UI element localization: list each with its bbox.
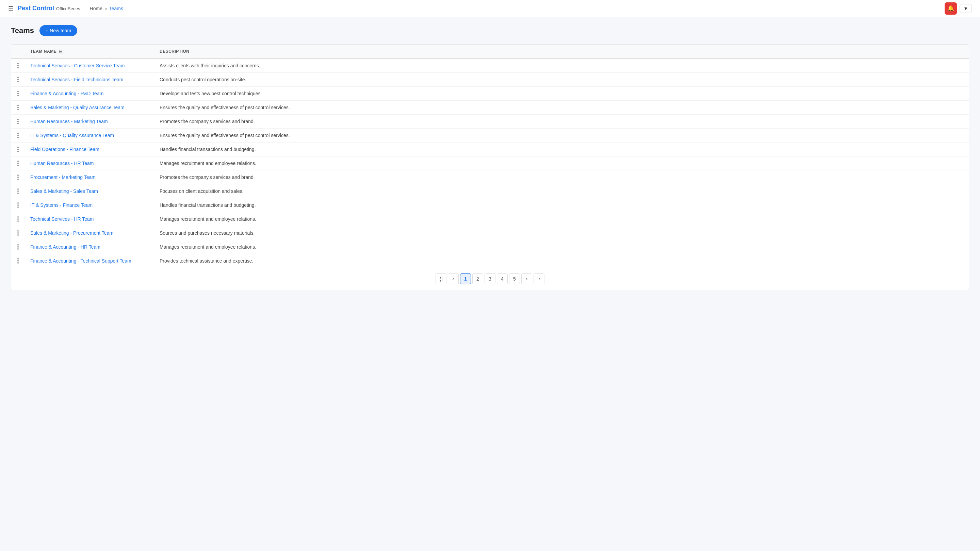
row-menu-icon[interactable] (17, 230, 19, 236)
table-row: Procurement - Marketing TeamPromotes the… (11, 170, 969, 184)
team-name-link[interactable]: Human Resources - HR Team (30, 160, 94, 166)
brand: Pest Control OfficeSeries (18, 5, 80, 12)
row-team-name-cell: Sales & Marketing - Quality Assurance Te… (25, 101, 154, 114)
page-title: Teams (11, 26, 34, 35)
row-menu-icon[interactable] (17, 175, 19, 180)
hamburger-icon[interactable]: ☰ (8, 5, 14, 12)
pagination: ⟨| ‹ 1 2 3 4 5 › |› (11, 268, 969, 290)
row-description-cell: Sources and purchases necessary material… (154, 226, 969, 240)
header: ☰ Pest Control OfficeSeries Home » Teams… (0, 0, 980, 17)
team-name-link[interactable]: IT & Systems - Finance Team (30, 202, 92, 208)
row-description-cell: Manages recruitment and employee relatio… (154, 212, 969, 226)
team-name-link[interactable]: Sales & Marketing - Sales Team (30, 189, 98, 194)
col-actions (11, 44, 25, 59)
pagination-page-5[interactable]: 5 (509, 273, 520, 284)
team-name-link[interactable]: Finance & Accounting - R&D Team (30, 91, 103, 96)
page-header: Teams + New team (11, 25, 969, 36)
row-team-name-cell: Technical Services - HR Team (25, 212, 154, 226)
team-name-link[interactable]: Sales & Marketing - Procurement Team (30, 230, 113, 236)
row-description-cell: Assists clients with their inquiries and… (154, 59, 969, 73)
team-name-link[interactable]: Technical Services - Field Technicians T… (30, 77, 123, 82)
row-description-cell: Provides technical assistance and expert… (154, 254, 969, 268)
col-team-name: TEAM NAME ⊟ (25, 44, 154, 59)
row-actions-cell (11, 101, 25, 114)
brand-subtitle: OfficeSeries (56, 6, 80, 11)
brand-name: Pest Control (18, 5, 54, 12)
table-body: Technical Services - Customer Service Te… (11, 59, 969, 268)
table-row: Finance & Accounting - HR TeamManages re… (11, 240, 969, 254)
row-menu-icon[interactable] (17, 216, 19, 222)
row-team-name-cell: Field Operations - Finance Team (25, 143, 154, 156)
pagination-prev[interactable]: ‹ (448, 273, 459, 284)
row-menu-icon[interactable] (17, 202, 19, 208)
table-row: Sales & Marketing - Sales TeamFocuses on… (11, 184, 969, 198)
row-description-cell: Promotes the company's services and bran… (154, 170, 969, 184)
breadcrumb: Home » Teams (90, 6, 123, 11)
new-team-button[interactable]: + New team (40, 25, 77, 36)
pagination-last[interactable]: |› (533, 273, 544, 284)
row-description-cell: Handles financial transactions and budge… (154, 143, 969, 156)
table-header: TEAM NAME ⊟ DESCRIPTION (11, 44, 969, 59)
row-menu-icon[interactable] (17, 244, 19, 250)
chevron-down-icon: ▼ (963, 6, 968, 11)
team-name-link[interactable]: Finance & Accounting - Technical Support… (30, 258, 131, 264)
table-row: Sales & Marketing - Quality Assurance Te… (11, 101, 969, 114)
table-row: Technical Services - Customer Service Te… (11, 59, 969, 73)
row-description-cell: Focuses on client acquisition and sales. (154, 184, 969, 198)
user-dropdown-button[interactable]: ▼ (959, 4, 972, 13)
row-team-name-cell: Procurement - Marketing Team (25, 170, 154, 184)
row-menu-icon[interactable] (17, 63, 19, 68)
row-team-name-cell: Human Resources - HR Team (25, 156, 154, 170)
row-menu-icon[interactable] (17, 77, 19, 82)
table-row: Human Resources - HR TeamManages recruit… (11, 156, 969, 170)
row-description-cell: Ensures the quality and effectiveness of… (154, 101, 969, 114)
row-actions-cell (11, 156, 25, 170)
row-description-cell: Manages recruitment and employee relatio… (154, 240, 969, 254)
team-name-link[interactable]: Sales & Marketing - Quality Assurance Te… (30, 105, 124, 110)
table-row: Technical Services - HR TeamManages recr… (11, 212, 969, 226)
row-menu-icon[interactable] (17, 119, 19, 124)
row-team-name-cell: Finance & Accounting - HR Team (25, 240, 154, 254)
breadcrumb-current: Teams (109, 6, 123, 11)
pagination-next[interactable]: › (521, 273, 532, 284)
team-name-link[interactable]: Field Operations - Finance Team (30, 147, 99, 152)
row-actions-cell (11, 254, 25, 268)
row-menu-icon[interactable] (17, 91, 19, 96)
row-menu-icon[interactable] (17, 147, 19, 152)
row-menu-icon[interactable] (17, 189, 19, 194)
row-actions-cell (11, 240, 25, 254)
team-name-link[interactable]: IT & Systems - Quality Assurance Team (30, 133, 114, 138)
pagination-page-3[interactable]: 3 (485, 273, 495, 284)
row-menu-icon[interactable] (17, 160, 19, 166)
table-row: Field Operations - Finance TeamHandles f… (11, 143, 969, 156)
bell-icon: 🔔 (947, 5, 954, 11)
team-name-link[interactable]: Technical Services - Customer Service Te… (30, 63, 125, 68)
row-actions-cell (11, 129, 25, 143)
row-description-cell: Ensures the quality and effectiveness of… (154, 129, 969, 143)
team-name-link[interactable]: Finance & Accounting - HR Team (30, 244, 100, 250)
filter-icon[interactable]: ⊟ (59, 49, 63, 54)
teams-table-container: TEAM NAME ⊟ DESCRIPTION Technical Servic… (11, 44, 969, 290)
col-name-label: TEAM NAME (30, 49, 56, 54)
row-team-name-cell: Technical Services - Customer Service Te… (25, 59, 154, 73)
pagination-page-4[interactable]: 4 (497, 273, 508, 284)
table-row: Finance & Accounting - R&D TeamDevelops … (11, 87, 969, 101)
team-name-link[interactable]: Technical Services - HR Team (30, 216, 94, 222)
row-actions-cell (11, 226, 25, 240)
row-actions-cell (11, 59, 25, 73)
row-menu-icon[interactable] (17, 105, 19, 110)
team-name-link[interactable]: Procurement - Marketing Team (30, 175, 95, 180)
row-actions-cell (11, 212, 25, 226)
row-actions-cell (11, 143, 25, 156)
table-row: IT & Systems - Finance TeamHandles finan… (11, 198, 969, 212)
notification-button[interactable]: 🔔 (945, 2, 957, 14)
pagination-first[interactable]: ⟨| (436, 273, 447, 284)
header-left: ☰ Pest Control OfficeSeries Home » Teams (8, 5, 939, 12)
row-menu-icon[interactable] (17, 133, 19, 138)
breadcrumb-home[interactable]: Home (90, 6, 102, 11)
row-description-cell: Develops and tests new pest control tech… (154, 87, 969, 101)
row-menu-icon[interactable] (17, 258, 19, 264)
pagination-page-2[interactable]: 2 (472, 273, 483, 284)
pagination-page-1[interactable]: 1 (460, 273, 471, 284)
team-name-link[interactable]: Human Resources - Marketing Team (30, 119, 108, 124)
